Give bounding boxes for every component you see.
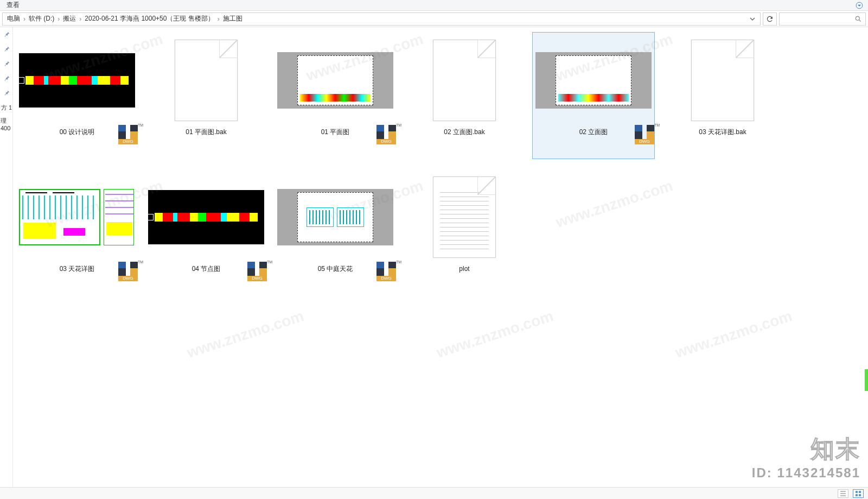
search-icon: [854, 15, 862, 23]
grid-view-icon: [855, 490, 861, 497]
help-chevron-icon: [856, 2, 863, 9]
file-label: 03 天花详图.bak: [699, 125, 746, 136]
list-view-icon: [840, 490, 846, 497]
nav-sidebar-collapsed: 方 1 理 400: [0, 27, 13, 487]
menu-item-view[interactable]: 查看: [3, 0, 23, 11]
file-item[interactable]: DWGTM 00 设计说明: [16, 33, 138, 159]
file-label: plot: [459, 262, 469, 273]
dwg-badge-icon: DWGTM: [376, 262, 396, 281]
breadcrumb[interactable]: 电脑› 软件 (D:)› 搬运› 2020-06-21 李海燕 1000+50（…: [2, 12, 761, 26]
file-thumbnail: [148, 190, 264, 244]
scrollbar-thumb[interactable]: [865, 369, 868, 391]
pin-icon[interactable]: [3, 45, 10, 54]
file-thumbnail: [175, 40, 238, 121]
menu-bar: 查看: [0, 0, 868, 11]
dwg-badge-icon: DWGTM: [376, 125, 396, 144]
file-label: 02 立面图: [579, 125, 608, 136]
file-label: 02 立面图.bak: [444, 125, 484, 136]
breadcrumb-history-dropdown[interactable]: [747, 16, 758, 22]
dwg-badge-icon: DWGTM: [247, 262, 267, 281]
file-item[interactable]: plot: [404, 169, 525, 295]
file-thumbnail: [433, 176, 496, 258]
view-large-icons-button[interactable]: [853, 489, 864, 498]
file-thumbnail: [277, 189, 393, 245]
pin-icon[interactable]: [3, 60, 10, 69]
chevron-right-icon: ›: [56, 15, 61, 23]
view-details-button[interactable]: [838, 489, 848, 498]
pin-icon[interactable]: [3, 74, 10, 84]
chevron-down-icon: [750, 16, 755, 22]
file-item[interactable]: 03 天花详图.bak: [662, 33, 783, 159]
chevron-right-icon: ›: [216, 15, 221, 23]
pin-icon[interactable]: [3, 89, 10, 98]
file-item[interactable]: DWGTM 01 平面图: [275, 33, 396, 159]
svg-rect-4: [856, 494, 858, 496]
chevron-right-icon: ›: [78, 15, 82, 23]
crumb-4[interactable]: 施工图: [221, 13, 245, 24]
file-item[interactable]: 02 立面图.bak: [404, 33, 525, 159]
help-button[interactable]: [854, 1, 865, 10]
dwg-badge-icon: DWGTM: [118, 125, 138, 144]
file-item[interactable]: DWGTM 05 中庭天花: [275, 169, 396, 295]
file-thumbnail: [433, 40, 496, 121]
status-bar: [0, 487, 868, 499]
svg-point-1: [856, 16, 859, 20]
crumb-3[interactable]: 2020-06-21 李海燕 1000+50（王现 售楼部）: [82, 13, 216, 24]
file-grid: DWGTM 00 设计说明 01 平面图.bak DWGTM 01 平面图 02…: [13, 27, 868, 487]
file-label: 03 天花详图: [60, 262, 95, 273]
search-input[interactable]: [779, 12, 866, 26]
file-item[interactable]: DWGTM 02 立面图: [533, 33, 654, 159]
pin-icon[interactable]: [3, 30, 10, 40]
sidebar-truncated-label: 理 400: [0, 117, 12, 132]
address-bar: 电脑› 软件 (D:)› 搬运› 2020-06-21 李海燕 1000+50（…: [0, 11, 868, 27]
dwg-badge-icon: DWGTM: [118, 262, 138, 281]
chevron-right-icon: ›: [22, 15, 27, 23]
file-thumbnail: [19, 53, 135, 108]
refresh-icon: [766, 15, 774, 23]
crumb-2[interactable]: 搬运: [61, 13, 78, 24]
svg-rect-5: [859, 494, 861, 496]
file-label: 01 平面图.bak: [186, 125, 226, 136]
file-item[interactable]: DWGTM 04 节点图: [145, 169, 267, 295]
file-thumbnail: [691, 40, 754, 121]
dwg-badge-icon: DWGTM: [635, 125, 654, 144]
sidebar-truncated-label: 方 1: [1, 104, 12, 111]
crumb-1[interactable]: 软件 (D:): [27, 13, 56, 24]
refresh-button[interactable]: [763, 12, 777, 26]
file-thumbnail: [277, 52, 393, 109]
file-label: 05 中庭天花: [318, 262, 353, 273]
file-item[interactable]: DWGTM 03 天花详图: [16, 169, 138, 295]
file-thumbnail: [19, 189, 135, 245]
svg-rect-3: [859, 491, 861, 493]
file-label: 01 平面图: [321, 125, 350, 136]
file-thumbnail: [535, 52, 652, 109]
file-label: 04 节点图: [192, 262, 221, 273]
file-item[interactable]: 01 平面图.bak: [145, 33, 267, 159]
file-label: 00 设计说明: [60, 125, 95, 136]
crumb-0[interactable]: 电脑: [5, 13, 22, 24]
svg-rect-2: [856, 491, 858, 493]
